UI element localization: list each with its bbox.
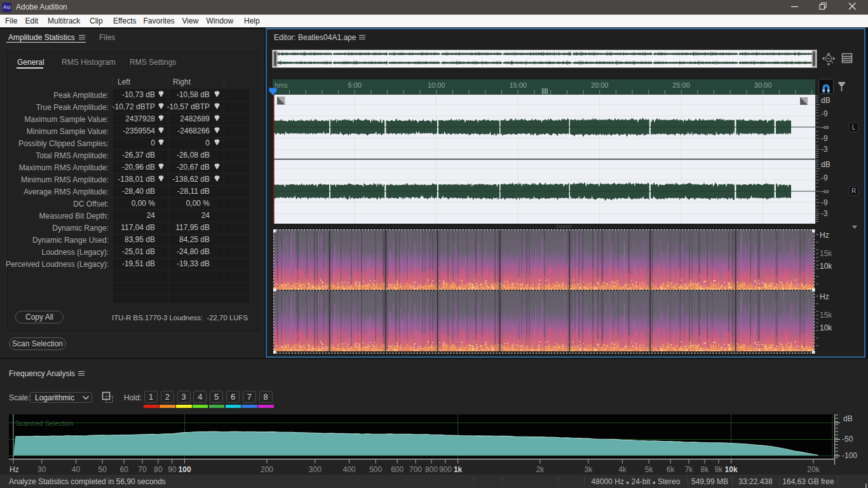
svg-text:4k: 4k — [618, 465, 627, 474]
svg-text:600: 600 — [391, 465, 403, 474]
svg-text:3k: 3k — [584, 465, 593, 474]
svg-text:300: 300 — [309, 465, 322, 474]
svg-text:500: 500 — [369, 465, 382, 474]
svg-text:5:00: 5:00 — [348, 81, 362, 89]
svg-text:dB: dB — [821, 96, 831, 105]
svg-text:20k: 20k — [807, 465, 820, 474]
svg-text:200: 200 — [261, 465, 273, 474]
svg-text:-∞: -∞ — [821, 187, 829, 196]
svg-text:60: 60 — [120, 465, 129, 474]
svg-text:30:00: 30:00 — [754, 81, 772, 89]
svg-text:1k: 1k — [454, 465, 463, 474]
svg-text:-9: -9 — [821, 134, 828, 143]
svg-text:-∞: -∞ — [821, 123, 829, 132]
svg-text:80: 80 — [154, 465, 163, 474]
svg-text:Hz: Hz — [820, 231, 829, 240]
svg-text:-9: -9 — [821, 198, 828, 207]
svg-text:9k: 9k — [715, 465, 724, 474]
svg-text:Scanned Selection: Scanned Selection — [15, 419, 74, 427]
svg-text:2k: 2k — [536, 465, 545, 474]
svg-text:15k: 15k — [820, 311, 832, 320]
svg-text:40: 40 — [72, 465, 81, 474]
svg-text:-9: -9 — [821, 109, 828, 118]
svg-text:50: 50 — [98, 465, 107, 474]
svg-text:7k: 7k — [685, 465, 694, 474]
svg-text:-9: -9 — [821, 173, 828, 182]
svg-text:-50: -50 — [842, 435, 853, 444]
svg-text:-3: -3 — [821, 209, 828, 218]
svg-text:400: 400 — [342, 465, 355, 474]
svg-text:10k: 10k — [820, 262, 832, 271]
svg-text:90: 90 — [168, 465, 177, 474]
svg-text:70: 70 — [138, 465, 147, 474]
svg-text:900: 900 — [439, 465, 452, 474]
svg-text:100: 100 — [179, 465, 191, 474]
svg-text:5k: 5k — [645, 465, 654, 474]
svg-text:10k: 10k — [725, 465, 738, 474]
svg-text:-3: -3 — [821, 145, 828, 154]
svg-text:8k: 8k — [701, 465, 710, 474]
svg-text:Hz: Hz — [820, 292, 829, 301]
svg-text:Hz: Hz — [10, 465, 19, 474]
svg-text:800: 800 — [425, 465, 438, 474]
svg-text:20:00: 20:00 — [591, 81, 609, 89]
svg-text:15k: 15k — [820, 249, 832, 258]
svg-text:15:00: 15:00 — [509, 81, 527, 89]
svg-text:6k: 6k — [667, 465, 675, 474]
svg-text:-100: -100 — [842, 451, 857, 460]
svg-text:30: 30 — [37, 465, 46, 474]
svg-text:10k: 10k — [820, 323, 832, 332]
svg-text:dB: dB — [843, 414, 853, 423]
svg-text:700: 700 — [409, 465, 422, 474]
svg-text:10:00: 10:00 — [428, 81, 445, 89]
svg-text:25:00: 25:00 — [672, 81, 690, 89]
svg-text:dB: dB — [821, 160, 831, 169]
